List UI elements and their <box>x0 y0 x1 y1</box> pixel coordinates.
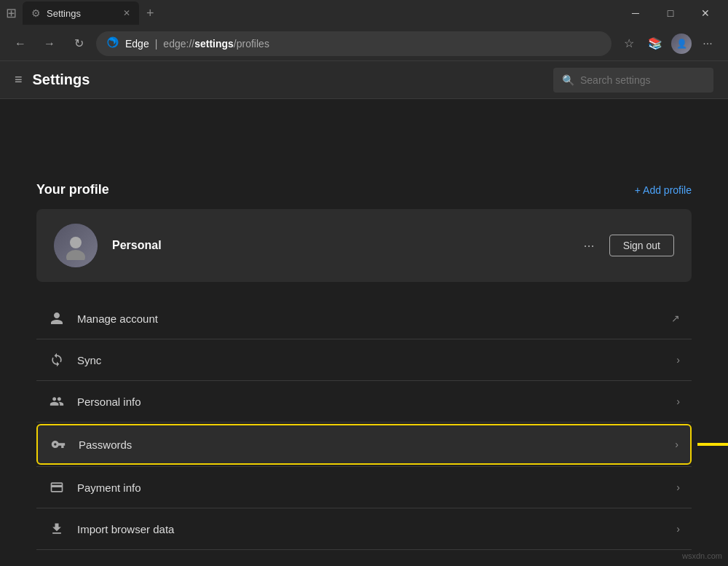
search-icon: 🔍 <box>562 74 574 86</box>
profile-section-title: Your profile <box>36 182 109 197</box>
menu-item-passwords[interactable]: Passwords › <box>36 424 692 465</box>
payment-info-chevron-icon: › <box>676 482 680 493</box>
settings-tab-icon: ⚙ <box>31 7 41 19</box>
profile-more-options-button[interactable]: ··· <box>578 235 601 256</box>
sync-chevron-icon: › <box>676 354 680 366</box>
search-settings-input[interactable] <box>580 74 705 86</box>
payment-info-label: Payment info <box>77 482 665 494</box>
manage-account-label: Manage account <box>77 313 660 325</box>
divider <box>36 508 692 508</box>
external-link-icon: ↗ <box>671 313 680 324</box>
collections-icon[interactable]: 📚 <box>644 32 667 55</box>
divider <box>36 422 692 422</box>
profile-name: Personal <box>112 239 162 251</box>
sync-icon <box>48 351 66 369</box>
divider <box>36 380 692 381</box>
close-button[interactable]: ✕ <box>689 1 722 25</box>
hamburger-menu-button[interactable]: ≡ <box>15 72 23 87</box>
settings-tab-label: Settings <box>47 8 81 19</box>
svg-marker-2 <box>697 426 728 463</box>
back-button[interactable]: ← <box>9 32 32 55</box>
addressbar: ← → ↻ Edge | edge://settings/profiles ☆ … <box>0 26 728 61</box>
search-settings-box[interactable]: 🔍 <box>553 68 713 93</box>
address-scheme: edge:// <box>163 38 194 50</box>
import-browser-data-icon <box>48 520 66 538</box>
passwords-chevron-icon: › <box>675 439 678 450</box>
personal-info-chevron-icon: › <box>676 396 680 407</box>
menu-item-sync[interactable]: Sync › <box>36 341 692 379</box>
more-options-icon[interactable]: ··· <box>696 32 719 55</box>
favorites-icon[interactable]: ☆ <box>617 32 641 55</box>
watermark: wsxdn.com <box>682 551 722 560</box>
payment-info-icon <box>48 479 66 496</box>
tab-area: ⚙ Settings ✕ + <box>23 1 613 25</box>
avatar-image <box>54 224 98 267</box>
address-domain: Edge <box>125 38 149 50</box>
menu-item-import-browser-data[interactable]: Import browser data › <box>36 510 692 548</box>
passwords-icon <box>50 436 67 453</box>
profile-info: Personal <box>112 239 563 252</box>
new-tab-button[interactable]: + <box>143 3 157 24</box>
arrow-svg <box>697 422 728 466</box>
divider <box>36 466 692 467</box>
personal-info-icon <box>48 393 66 410</box>
refresh-button[interactable]: ↻ <box>67 32 90 55</box>
address-separator: | <box>155 38 158 50</box>
profile-section-header: Your profile + Add profile <box>36 182 692 197</box>
divider <box>36 549 692 550</box>
page-title: Settings <box>33 71 553 88</box>
import-browser-data-chevron-icon: › <box>676 523 680 535</box>
window-controls: ─ □ ✕ <box>619 1 722 25</box>
sign-out-button[interactable]: Sign out <box>609 235 674 256</box>
edge-logo-icon <box>106 36 119 51</box>
svg-point-0 <box>70 237 82 248</box>
address-bold: settings <box>194 38 234 50</box>
arrow-annotation <box>697 422 728 466</box>
titlebar-left: ⊞ <box>6 5 17 21</box>
personal-info-label: Personal info <box>77 396 665 408</box>
menu-item-profile-preferences[interactable]: Profile preferences › <box>36 551 692 566</box>
titlebar: ⊞ ⚙ Settings ✕ + ─ □ ✕ <box>0 0 728 26</box>
settings-tab[interactable]: ⚙ Settings ✕ <box>23 1 139 25</box>
manage-account-icon <box>48 310 66 327</box>
address-bar-input[interactable]: Edge | edge://settings/profiles <box>96 31 612 56</box>
menu-item-manage-account[interactable]: Manage account ↗ <box>36 299 692 337</box>
edge-favicon-icon: ⊞ <box>6 5 17 21</box>
import-browser-data-label: Import browser data <box>77 523 665 535</box>
menu-item-payment-info[interactable]: Payment info › <box>36 468 692 506</box>
settings-content: Your profile + Add profile Personal ··· … <box>0 160 728 566</box>
tab-close-button[interactable]: ✕ <box>123 8 130 18</box>
profile-actions: ··· Sign out <box>578 235 674 256</box>
maximize-button[interactable]: □ <box>654 1 687 25</box>
profile-card: Personal ··· Sign out <box>36 209 692 282</box>
address-path: edge://settings/profiles <box>163 38 269 50</box>
settings-menu-list: Manage account ↗ Sync › Personal info › <box>36 299 692 566</box>
settings-header: ≡ Settings 🔍 <box>0 61 728 99</box>
address-tail: /profiles <box>234 38 269 50</box>
divider <box>36 339 692 339</box>
sync-label: Sync <box>77 354 665 366</box>
passwords-label: Passwords <box>79 439 663 451</box>
minimize-button[interactable]: ─ <box>619 1 652 25</box>
svg-point-1 <box>66 250 85 260</box>
add-profile-button[interactable]: + Add profile <box>635 184 692 196</box>
forward-button[interactable]: → <box>38 32 61 55</box>
profile-preferences-icon <box>48 562 66 566</box>
account-icon[interactable]: 👤 <box>670 32 693 55</box>
toolbar-icons: ☆ 📚 👤 ··· <box>617 32 719 55</box>
avatar <box>54 224 98 267</box>
menu-item-personal-info[interactable]: Personal info › <box>36 382 692 420</box>
